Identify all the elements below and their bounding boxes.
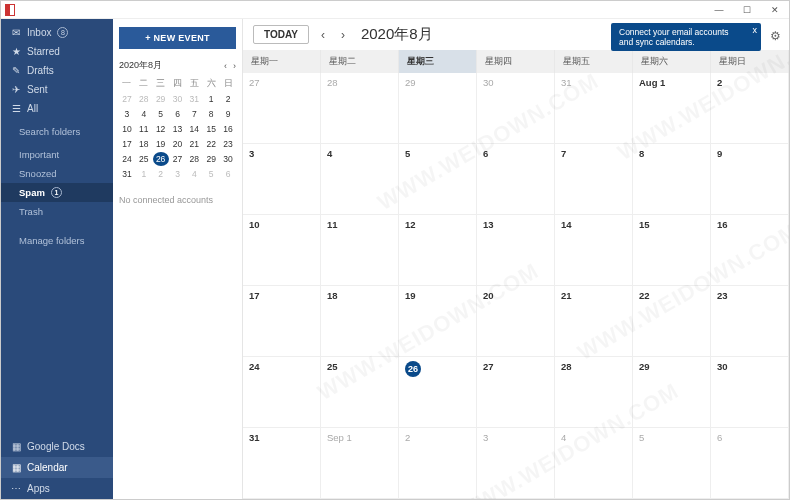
mini-day[interactable]: 27	[170, 152, 186, 166]
mini-day[interactable]: 15	[203, 122, 219, 136]
calendar-cell[interactable]: 13	[477, 215, 555, 286]
mini-day[interactable]: 31	[186, 92, 202, 106]
sync-banner[interactable]: Connect your email accounts and sync cal…	[611, 23, 761, 51]
calendar-cell[interactable]: Sep 1	[321, 428, 399, 499]
calendar-cell[interactable]: 3	[243, 144, 321, 215]
minimize-button[interactable]: —	[705, 1, 733, 19]
mini-day[interactable]: 24	[119, 152, 135, 166]
mini-day[interactable]: 18	[136, 137, 152, 151]
calendar-cell[interactable]: 14	[555, 215, 633, 286]
calendar-cell[interactable]: 2	[711, 73, 789, 144]
calendar-cell[interactable]: 5	[399, 144, 477, 215]
mini-day[interactable]: 1	[203, 92, 219, 106]
mini-day[interactable]: 6	[170, 107, 186, 121]
sidebar-item-all[interactable]: ☰All	[1, 99, 113, 118]
folder-important[interactable]: Important	[1, 145, 113, 164]
mini-day[interactable]: 28	[186, 152, 202, 166]
calendar-cell[interactable]: 3	[477, 428, 555, 499]
mini-day[interactable]: 22	[203, 137, 219, 151]
mini-prev-month[interactable]: ‹	[224, 61, 227, 71]
mini-day[interactable]: 29	[203, 152, 219, 166]
calendar-cell[interactable]: 6	[711, 428, 789, 499]
mini-day[interactable]: 2	[220, 92, 236, 106]
mini-day[interactable]: 16	[220, 122, 236, 136]
mini-day[interactable]: 13	[170, 122, 186, 136]
mini-day[interactable]: 9	[220, 107, 236, 121]
calendar-cell[interactable]: 31	[243, 428, 321, 499]
calendar-cell[interactable]: 30	[477, 73, 555, 144]
nav-apps[interactable]: ⋯Apps	[1, 478, 113, 499]
close-button[interactable]: ✕	[761, 1, 789, 19]
mini-day[interactable]: 1	[136, 167, 152, 181]
mini-day[interactable]: 20	[170, 137, 186, 151]
calendar-cell[interactable]: 28	[321, 73, 399, 144]
mini-day[interactable]: 7	[186, 107, 202, 121]
mini-day[interactable]: 23	[220, 137, 236, 151]
mini-day[interactable]: 5	[153, 107, 169, 121]
calendar-cell[interactable]: 16	[711, 215, 789, 286]
mini-day[interactable]: 4	[186, 167, 202, 181]
calendar-cell[interactable]: 30	[711, 357, 789, 428]
calendar-cell[interactable]: 18	[321, 286, 399, 357]
gear-icon[interactable]: ⚙	[770, 29, 781, 43]
mini-day[interactable]: 4	[136, 107, 152, 121]
folder-snoozed[interactable]: Snoozed	[1, 164, 113, 183]
calendar-cell[interactable]: 26	[399, 357, 477, 428]
mini-day[interactable]: 27	[119, 92, 135, 106]
today-button[interactable]: TODAY	[253, 25, 309, 44]
calendar-cell[interactable]: 2	[399, 428, 477, 499]
calendar-cell[interactable]: 17	[243, 286, 321, 357]
calendar-cell[interactable]: 22	[633, 286, 711, 357]
calendar-cell[interactable]: 20	[477, 286, 555, 357]
mini-day[interactable]: 28	[136, 92, 152, 106]
calendar-cell[interactable]: 29	[399, 73, 477, 144]
mini-day[interactable]: 6	[220, 167, 236, 181]
calendar-cell[interactable]: 12	[399, 215, 477, 286]
mini-day[interactable]: 11	[136, 122, 152, 136]
calendar-cell[interactable]: 23	[711, 286, 789, 357]
mini-day[interactable]: 2	[153, 167, 169, 181]
mini-day[interactable]: 3	[170, 167, 186, 181]
mini-day[interactable]: 8	[203, 107, 219, 121]
calendar-cell[interactable]: 21	[555, 286, 633, 357]
calendar-cell[interactable]: Aug 1	[633, 73, 711, 144]
mini-day[interactable]: 10	[119, 122, 135, 136]
sidebar-item-inbox[interactable]: ✉Inbox8	[1, 23, 113, 42]
calendar-cell[interactable]: 4	[555, 428, 633, 499]
mini-day[interactable]: 17	[119, 137, 135, 151]
mini-next-month[interactable]: ›	[233, 61, 236, 71]
calendar-cell[interactable]: 8	[633, 144, 711, 215]
mini-day[interactable]: 30	[220, 152, 236, 166]
calendar-cell[interactable]: 6	[477, 144, 555, 215]
calendar-cell[interactable]: 4	[321, 144, 399, 215]
new-event-button[interactable]: + NEW EVENT	[119, 27, 236, 49]
mini-day[interactable]: 25	[136, 152, 152, 166]
search-folders[interactable]: Search folders	[1, 122, 113, 141]
mini-day[interactable]: 3	[119, 107, 135, 121]
nav-google-docs[interactable]: ▦Google Docs	[1, 436, 113, 457]
mini-day[interactable]: 14	[186, 122, 202, 136]
calendar-cell[interactable]: 27	[243, 73, 321, 144]
manage-folders[interactable]: Manage folders	[1, 231, 113, 250]
calendar-cell[interactable]: 11	[321, 215, 399, 286]
prev-month-button[interactable]: ‹	[317, 28, 329, 42]
calendar-cell[interactable]: 31	[555, 73, 633, 144]
mini-day[interactable]: 30	[170, 92, 186, 106]
sidebar-item-sent[interactable]: ✈Sent	[1, 80, 113, 99]
sync-banner-close[interactable]: x	[753, 25, 758, 36]
calendar-cell[interactable]: 24	[243, 357, 321, 428]
calendar-cell[interactable]: 28	[555, 357, 633, 428]
calendar-cell[interactable]: 10	[243, 215, 321, 286]
sidebar-item-starred[interactable]: ★Starred	[1, 42, 113, 61]
calendar-cell[interactable]: 25	[321, 357, 399, 428]
mini-day[interactable]: 26	[153, 152, 169, 166]
mini-day[interactable]: 19	[153, 137, 169, 151]
calendar-cell[interactable]: 7	[555, 144, 633, 215]
mini-day[interactable]: 31	[119, 167, 135, 181]
mini-day[interactable]: 29	[153, 92, 169, 106]
sidebar-item-drafts[interactable]: ✎Drafts	[1, 61, 113, 80]
calendar-cell[interactable]: 15	[633, 215, 711, 286]
maximize-button[interactable]: ☐	[733, 1, 761, 19]
calendar-cell[interactable]: 29	[633, 357, 711, 428]
mini-day[interactable]: 5	[203, 167, 219, 181]
